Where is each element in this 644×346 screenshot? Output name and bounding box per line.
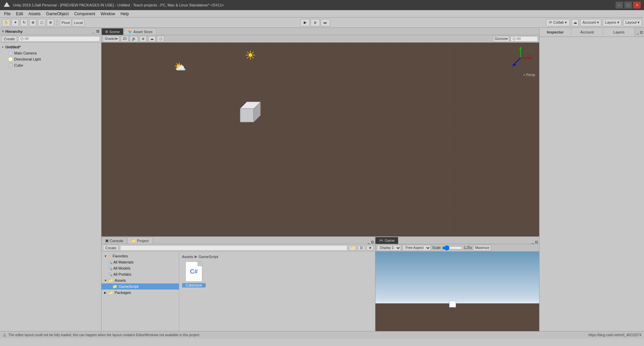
hierarchy-create-bar: Create [0,35,101,43]
status-warning-icon: ⚠ [3,333,6,338]
tree-item-favorites[interactable]: ▼ ★ Favorites [101,253,179,259]
hand-tool-button[interactable]: ✋ [2,19,10,26]
hierarchy-title: Hierarchy [5,29,23,33]
inspector-tab[interactable]: Inspector [539,28,571,37]
tree-item-all-materials[interactable]: 🔍 All Materials [101,259,179,265]
inspector-maximize-button[interactable]: ⊡ [640,30,643,34]
menu-gameobject[interactable]: GameObject [43,11,71,17]
hierarchy-icon: ≡ [2,29,4,33]
2d-button[interactable]: 2D [121,36,129,42]
game-panel-maximize-button[interactable]: ⊡ [535,240,538,244]
game-canvas[interactable] [375,252,539,331]
status-url: https://blog.csdn.net/m0_46210274 [589,333,641,337]
file-item-cubemove[interactable]: C# Cubemove [182,261,206,287]
title-bar: Unity 2019.1.0a8 Personal - [PREVIEW PAC… [0,0,644,10]
project-panel-maximize-button[interactable]: ⊡ [371,240,374,244]
menu-component[interactable]: Component [71,11,98,17]
play-button[interactable]: ▶ [300,19,310,26]
scale-slider[interactable] [442,246,462,250]
skybox-button[interactable]: ☁ [148,36,156,42]
collab-icon: ⟳ [549,20,552,25]
scene-cube-object [237,95,264,122]
project-tree: ▼ ★ Favorites 🔍 All Materials 🔍 All Mode… [101,252,179,331]
inspector-minimize-button[interactable]: _ [637,30,639,34]
status-message: The editor layout could not be fully loa… [8,333,199,337]
close-window-button[interactable]: ✕ [633,2,641,8]
hierarchy-item-maincamera[interactable]: Main Camera [0,50,101,56]
project-folder-button[interactable]: 📁 [349,245,356,251]
game-ground [375,303,539,331]
account-button[interactable]: Account ▾ [580,19,601,26]
rect-tool-button[interactable]: ◻ [38,19,45,26]
cloud-button[interactable]: ☁ [571,19,579,26]
layers-button[interactable]: Layers ▾ [603,19,622,26]
game-toolbar: Display 1 Free Aspect Scale 1.25x Maximi… [375,244,539,252]
gizmos-button[interactable]: Gizmos ▾ [493,36,509,42]
project-create-button[interactable]: Create [103,245,119,251]
maximize-button[interactable]: Maximize [473,245,491,251]
effects-button[interactable]: ⊕ [139,36,147,42]
tree-item-packages[interactable]: ▶ 📁 Packages [101,290,179,296]
hierarchy-item-label: Cube [14,63,23,67]
menu-edit[interactable]: Edit [13,11,26,17]
menu-help[interactable]: Help [118,11,132,17]
project-content: ▼ ★ Favorites 🔍 All Materials 🔍 All Mode… [101,252,375,331]
local-button[interactable]: Local [72,19,84,26]
inspector-panel: Inspector Account Layers _ ⊡ [539,28,644,331]
project-panel-minimize-button[interactable]: _ [368,240,370,244]
game-panel-minimize-button[interactable]: _ [532,240,534,244]
tree-item-all-models[interactable]: 🔍 All Models [101,265,179,271]
scale-label: Scale [432,246,441,250]
move-tool-button[interactable]: ✦ [12,19,19,26]
scene-tab[interactable]: ⊞ Scene [101,28,123,35]
shading-dropdown[interactable]: Shaded ▾ [103,36,119,42]
project-star-button[interactable]: ★ [366,245,374,251]
scene-canvas[interactable]: ☀ ⛅ [101,43,539,236]
menu-window[interactable]: Window [98,11,118,17]
project-tab[interactable]: 📁 Project [128,237,152,244]
hierarchy-maximize-button[interactable]: ⊡ [96,29,99,33]
project-list-button[interactable]: ☰ [358,245,365,251]
project-tab-bar: ▣ Console 📁 Project _ ⊡ [101,237,375,244]
scene-search-input[interactable] [511,36,538,42]
hierarchy-item-cube[interactable]: Cube [0,62,101,68]
aspect-select[interactable]: Free Aspect [402,245,431,251]
pause-button[interactable]: ⏸ [310,19,320,26]
project-icon: 📁 [131,238,136,243]
search-icon: 🔍 [108,273,112,276]
game-tab[interactable]: 🎮 Game [375,237,398,244]
asset-store-tab[interactable]: 🏪 Asset Store [124,28,156,35]
hierarchy-minimize-button[interactable]: _ [92,29,94,33]
hierarchy-item-directionallight[interactable]: Directional Light [0,56,101,62]
file-label-cubemove: Cubemove [182,283,206,287]
hierarchy-search-input[interactable] [19,36,100,42]
pivot-button[interactable]: Pivot [60,19,71,26]
hierarchy-item-untitled[interactable]: ▼ Untitled* [0,44,101,50]
favorites-star-icon: ★ [108,254,112,258]
collab-button[interactable]: ⟳ Collab ▾ [546,19,570,26]
sound-button[interactable]: 🔊 [130,36,138,42]
tree-item-assets[interactable]: ▼ 📁 Assets [101,277,179,283]
tree-item-all-prefabs[interactable]: 🔍 All Prefabs [101,271,179,277]
fog-button[interactable]: ◻ [157,36,164,42]
step-button[interactable]: ⏭ [321,19,330,26]
tree-item-gamescript[interactable]: 📁 GameScript [101,283,179,290]
rotate-tool-button[interactable]: ↻ [20,19,28,26]
restore-window-button[interactable]: □ [624,2,632,8]
console-tab[interactable]: ▣ Console [101,237,127,244]
menu-file[interactable]: File [1,11,13,17]
transform-tool-button[interactable]: ⊕ [47,19,54,26]
scale-tool-button[interactable]: ⊕ [29,19,37,26]
menu-assets[interactable]: Assets [26,11,43,17]
folder-icon: 📁 [108,290,113,295]
display-select[interactable]: Display 1 [377,245,401,251]
hierarchy-create-button[interactable]: Create [1,36,17,42]
minimize-window-button[interactable]: ─ [616,2,623,8]
layers-tab[interactable]: Layers [603,28,635,37]
sun-icon: ☀ [244,49,257,63]
project-search-input[interactable] [120,245,347,251]
cube-dot-icon [8,63,13,68]
account-tab[interactable]: Account [571,28,603,37]
cloud-icon: ⛅ [174,61,186,72]
layout-button[interactable]: Layout ▾ [623,19,642,26]
